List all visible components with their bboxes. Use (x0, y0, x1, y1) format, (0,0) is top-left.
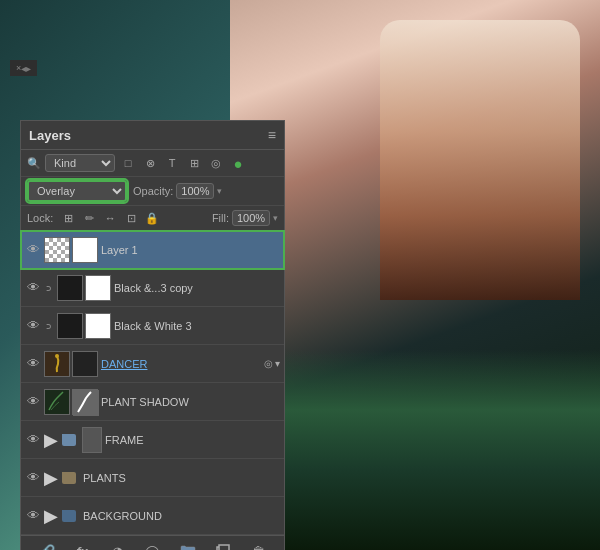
layer-item-plant-shadow[interactable]: 👁 (21, 383, 284, 421)
filter-kind-select[interactable]: Kind Name Effect (45, 154, 115, 172)
folder-icon-frame (62, 434, 76, 446)
svg-rect-5 (219, 545, 229, 550)
lock-icons: ⊞ ✏ ↔ ⊡ 🔒 (59, 209, 208, 227)
layer-thumbs-black3copy (57, 275, 111, 301)
layer-thumbs-background: ▶ (44, 505, 80, 527)
visibility-icon-black3[interactable]: 👁 (25, 318, 41, 334)
panel-drag-bar[interactable]: × ◂▸ (10, 60, 37, 76)
link-icon-black3copy: ↄ (44, 282, 54, 293)
filter-row: 🔍 Kind Name Effect □ ⊗ T ⊞ ◎ ● (21, 150, 284, 177)
layer-mask-black3copy (85, 275, 111, 301)
layer-item-dancer[interactable]: 👁 DANCER ◎ ▾ (21, 345, 284, 383)
footer-adjustment-icon[interactable]: ◑ (107, 541, 127, 550)
opacity-row: Opacity: 100% ▾ (133, 183, 278, 199)
lock-all-icon[interactable]: 🔒 (143, 209, 161, 227)
fill-row: Fill: 100% ▾ (212, 210, 278, 226)
lock-row: Lock: ⊞ ✏ ↔ ⊡ 🔒 Fill: 100% ▾ (21, 206, 284, 231)
layer-item-plants[interactable]: 👁 ▶ PLANTS (21, 459, 284, 497)
fill-value[interactable]: 100% (232, 210, 270, 226)
fill-chevron[interactable]: ▾ (273, 213, 278, 223)
panel-collapse-icon[interactable]: ◂▸ (21, 63, 31, 74)
layer-name-plants: PLANTS (83, 472, 280, 484)
smart-object-icon: ◎ (264, 358, 273, 369)
photo-overlay (230, 0, 600, 550)
panel-footer: 🔗 fx ◑ ◯ 🗑 (21, 535, 284, 550)
layer-item-background[interactable]: 👁 ▶ BACKGROUND (21, 497, 284, 535)
folder-icon-background (62, 510, 76, 522)
layer-mask-plant-shadow (72, 389, 98, 415)
new-layer-svg (216, 544, 230, 550)
footer-mask-icon[interactable]: ◯ (142, 541, 162, 550)
opacity-chevron[interactable]: ▾ (217, 186, 222, 196)
blend-mode-select[interactable]: Overlay Normal Multiply Screen Dissolve (27, 180, 127, 202)
visibility-icon-black3copy[interactable]: 👁 (25, 280, 41, 296)
svg-rect-3 (73, 390, 99, 416)
panel-header: Layers ≡ (21, 121, 284, 150)
layer-thumbs-black3 (57, 313, 111, 339)
visibility-icon-layer1[interactable]: 👁 (25, 242, 41, 258)
panel-title: Layers (29, 128, 71, 143)
filter-search-icon: 🔍 (27, 157, 41, 170)
layer-badge-dancer: ◎ ▾ (264, 358, 280, 369)
visibility-icon-dancer[interactable]: 👁 (25, 356, 41, 372)
fill-label: Fill: (212, 212, 229, 224)
filter-smart-icon[interactable]: ◎ (207, 154, 225, 172)
filter-type-icon[interactable]: T (163, 154, 181, 172)
opacity-value[interactable]: 100% (176, 183, 214, 199)
layer-item-black3copy[interactable]: 👁 ↄ Black &...3 copy (21, 269, 284, 307)
layer-thumbs-dancer (44, 351, 98, 377)
layer-thumb-plant-shadow (44, 389, 70, 415)
svg-point-1 (55, 354, 59, 358)
layer-name-background: BACKGROUND (83, 510, 280, 522)
layer-thumbs-plant-shadow (44, 389, 98, 415)
footer-new-layer-icon[interactable] (213, 541, 233, 550)
layer-thumb-black3copy (57, 275, 83, 301)
layer-item-layer1[interactable]: 👁 Layer 1 (21, 231, 284, 269)
plant-thumb-svg (45, 390, 69, 414)
layers-panel-body: Layers ≡ 🔍 Kind Name Effect □ ⊗ T ⊞ ◎ ● … (20, 120, 285, 550)
layer-thumb-layer1 (44, 237, 70, 263)
plant-mask-svg (73, 390, 99, 416)
layer-thumb-dancer (44, 351, 70, 377)
layer-mask-black3 (85, 313, 111, 339)
filter-pixel-icon[interactable]: □ (119, 154, 137, 172)
opacity-label: Opacity: (133, 185, 173, 197)
layer-name-dancer: DANCER (101, 358, 259, 370)
layer-thumbs-plants: ▶ (44, 467, 80, 489)
layers-panel: × ◂▸ Layers ≡ 🔍 Kind Name Effect □ ⊗ T ⊞… (10, 60, 37, 76)
folder-expand-icon-background[interactable]: ▶ (44, 505, 58, 527)
visibility-icon-background[interactable]: 👁 (25, 508, 41, 524)
svg-rect-2 (45, 390, 69, 414)
filter-adjustment-icon[interactable]: ⊗ (141, 154, 159, 172)
layer-name-frame: FRAME (105, 434, 280, 446)
folder-expand-icon-frame[interactable]: ▶ (44, 429, 58, 451)
layer-name-black3copy: Black &...3 copy (114, 282, 280, 294)
panel-menu-icon[interactable]: ≡ (268, 127, 276, 143)
layer-thumbs-layer1 (44, 237, 98, 263)
layer-item-frame[interactable]: 👁 ▶ FRAME (21, 421, 284, 459)
filter-shape-icon[interactable]: ⊞ (185, 154, 203, 172)
lock-transparency-icon[interactable]: ⊞ (59, 209, 77, 227)
layer-mask-dancer (72, 351, 98, 377)
badge-arrow[interactable]: ▾ (275, 358, 280, 369)
footer-fx-icon[interactable]: fx (72, 541, 92, 550)
layer-mask-frame (82, 427, 102, 453)
folder-expand-icon-plants[interactable]: ▶ (44, 467, 58, 489)
visibility-icon-plant-shadow[interactable]: 👁 (25, 394, 41, 410)
footer-folder-icon[interactable] (178, 541, 198, 550)
layer-item-black3[interactable]: 👁 ↄ Black & White 3 (21, 307, 284, 345)
layer-name-plant-shadow: PLANT SHADOW (101, 396, 280, 408)
folder-new-svg (180, 544, 196, 550)
filter-toggle[interactable]: ● (229, 154, 247, 172)
lock-paint-icon[interactable]: ✏ (80, 209, 98, 227)
lock-artboard-icon[interactable]: ⊡ (122, 209, 140, 227)
layer-list: 👁 Layer 1 👁 ↄ Black &...3 copy 👁 (21, 231, 284, 535)
layer-thumb-black3 (57, 313, 83, 339)
lock-move-icon[interactable]: ↔ (101, 209, 119, 227)
footer-trash-icon[interactable]: 🗑 (248, 541, 268, 550)
visibility-icon-plants[interactable]: 👁 (25, 470, 41, 486)
footer-link-icon[interactable]: 🔗 (37, 541, 57, 550)
visibility-icon-frame[interactable]: 👁 (25, 432, 41, 448)
dancer-thumb-svg (45, 352, 69, 376)
layer-name-black3: Black & White 3 (114, 320, 280, 332)
